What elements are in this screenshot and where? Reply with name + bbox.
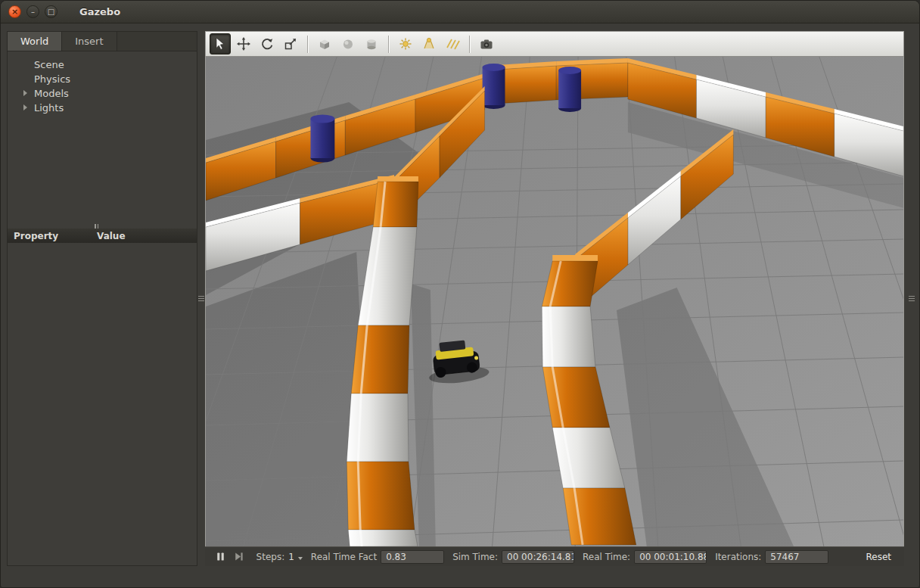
box-tool-button[interactable] [314,33,335,54]
left-panel: World Insert Scene Physics Models Lights [7,31,197,566]
directional-light-icon [445,36,460,51]
rotate-arrows-icon [260,36,275,51]
property-table-body[interactable] [8,243,197,565]
scale-icon [283,36,298,51]
close-button[interactable]: × [8,5,21,18]
steps-label: Steps: [256,552,285,562]
maximize-button[interactable]: □ [45,5,58,18]
splitter-grip-icon[interactable] [909,296,915,301]
sun-icon [398,36,413,51]
camera-icon [479,36,494,51]
select-tool-button[interactable] [210,33,231,54]
tab-insert[interactable]: Insert [62,32,117,51]
pause-button[interactable] [212,549,230,565]
toolbar-separator [469,36,470,53]
tree-item-models[interactable]: Models [8,86,197,101]
gazebo-window: × – □ Gazebo World Insert Scene Physics … [0,0,920,588]
viewport-toolbar [205,31,904,57]
value-column-header: Value [97,231,197,241]
column-resize-grip[interactable] [95,224,100,229]
tree-item-label: Scene [34,59,64,70]
tree-item-label: Physics [34,73,70,85]
property-column-header: Property [8,231,97,241]
rotate-tool-button[interactable] [256,33,278,54]
real-time-label: Real Time: [583,552,630,562]
splitter-grip-icon[interactable] [198,296,204,301]
directional-light-tool-button[interactable] [442,33,463,54]
real-time-factor-label: Real Time Fact [311,552,377,562]
spot-light-icon [421,36,437,51]
cylinder-tool-button[interactable] [361,33,382,54]
window-title: Gazebo [79,6,120,17]
sphere-tool-button[interactable] [337,33,359,54]
translate-tool-button[interactable] [233,33,254,54]
sim-time-value: 00 00:26:14.81 [502,550,574,564]
scene-canvas[interactable] [206,57,903,546]
steps-value: 1 [288,552,294,562]
move-arrows-icon [236,36,251,51]
sidebar-splitter[interactable] [197,31,205,566]
window-content: World Insert Scene Physics Models Lights [1,23,919,588]
expand-arrow-icon[interactable] [23,104,27,110]
minimize-button[interactable]: – [26,5,39,18]
spot-light-tool-button[interactable] [418,33,440,54]
step-forward-icon [232,550,245,563]
toolbar-separator [388,36,389,53]
simulation-statusbar: Steps: 1 Real Time Fact 0.83 Sim Time: 0… [205,546,904,566]
titlebar[interactable]: × – □ Gazebo [1,1,919,23]
render-viewport [205,57,904,546]
tree-item-label: Lights [34,102,64,114]
chevron-down-icon[interactable] [298,557,303,560]
screenshot-tool-button[interactable] [476,33,497,54]
render-panel: Steps: 1 Real Time Fact 0.83 Sim Time: 0… [205,31,904,566]
real-time-factor-value: 0.83 [381,550,444,564]
tab-world[interactable]: World [8,32,62,51]
sim-time-label: Sim Time: [452,552,498,562]
cursor-arrow-icon [213,36,228,51]
sphere-icon [340,36,356,51]
tree-item-physics[interactable]: Physics [8,72,197,86]
scale-tool-button[interactable] [280,33,301,54]
tree-item-scene[interactable]: Scene [8,58,197,72]
tree-item-lights[interactable]: Lights [8,101,197,115]
step-button[interactable] [230,549,248,565]
barrier-wall-top-middle [484,58,627,104]
panel-tabbar: World Insert [8,32,197,51]
world-tree: Scene Physics Models Lights [8,51,197,229]
real-time-value: 00 00:01:10.88 [634,550,707,564]
box-icon [317,36,332,51]
iterations-label: Iterations: [715,552,761,562]
steps-spinner[interactable]: 1 [288,552,303,562]
iterations-value: 57467 [765,550,828,564]
toolbar-separator [307,36,308,53]
cylinder-icon [364,36,379,51]
property-table-header: Property Value [8,229,197,243]
tree-item-label: Models [34,88,69,99]
expand-arrow-icon[interactable] [23,90,27,96]
reset-button[interactable]: Reset [860,550,898,564]
right-splitter[interactable] [904,31,919,566]
point-light-tool-button[interactable] [395,33,416,54]
pause-icon [214,550,227,563]
